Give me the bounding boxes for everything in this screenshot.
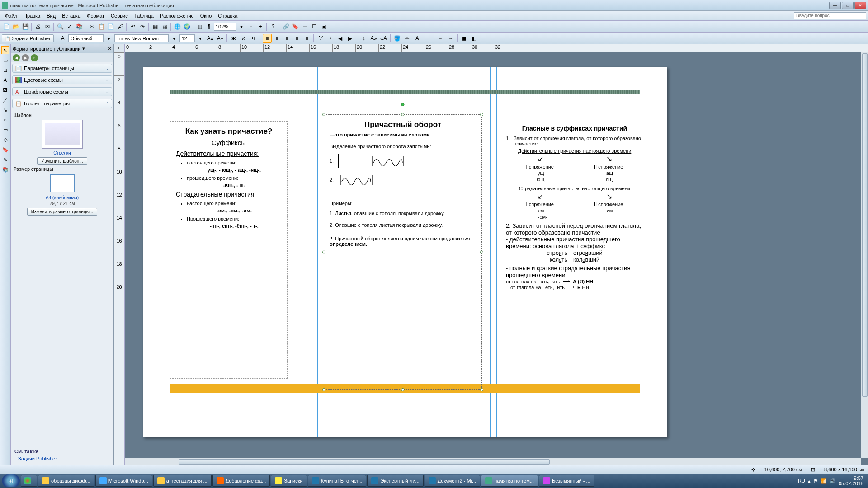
fill-color-icon[interactable]: 🪣 [393,34,402,43]
tasks-publisher-button[interactable]: 📋 Задачи Publisher [2,34,54,42]
resize-handle[interactable] [322,113,326,116]
text-frame-center-selected[interactable]: Причастный оборот —это причастие с завис… [324,114,482,390]
change-template-button[interactable]: Изменить шаблон... [37,157,87,165]
pagesize-thumbnail[interactable] [50,174,75,192]
hyperlink-icon[interactable]: 🔗 [281,22,290,31]
arrow-tool-icon[interactable]: ↘ [1,106,9,114]
help-icon[interactable]: ? [269,22,278,31]
tray-volume-icon[interactable]: 🔊 [830,478,836,484]
resize-handle[interactable] [322,251,326,254]
format-painter-icon[interactable]: 🖌 [116,22,125,31]
section-booklet-options[interactable]: 📋Буклет - параметры⌃ [12,99,112,108]
chevron-down-icon[interactable]: ▾ [104,34,113,43]
menu-help[interactable]: Справка [215,12,241,19]
taskpane-close-icon[interactable]: ✕ [108,46,112,52]
restore-button[interactable]: ▭ [842,2,854,9]
resize-handle[interactable] [480,388,483,391]
underline-icon[interactable]: Ч [249,34,258,43]
taskbar-item[interactable]: Безымянный - ... [539,475,594,487]
print-icon[interactable]: 🖨 [33,22,42,31]
rtl-icon[interactable]: «A [379,34,388,43]
distribute-icon[interactable]: ≡ [302,34,311,43]
dash-style-icon[interactable]: ┄ [436,34,445,43]
resize-handle[interactable] [480,113,483,116]
hotspot-icon[interactable]: ▭ [300,22,309,31]
start-button[interactable]: ⊞ [2,474,20,487]
tray-chevron-icon[interactable]: ▴ [808,478,811,484]
resize-handle[interactable] [401,388,405,391]
html-icon[interactable]: ▣ [319,22,328,31]
menu-table[interactable]: Таблица [131,12,157,19]
taskbar-item[interactable]: Экспертный ли... [367,475,423,487]
horizontal-scrollbar[interactable] [125,458,861,465]
shadow-icon[interactable]: ◼ [460,34,469,43]
menu-edit[interactable]: Правка [20,12,43,19]
menu-file[interactable]: Файл [2,12,20,19]
tray-clock[interactable]: 9:57 05.02.2018 [839,475,863,486]
autoshapes-tool-icon[interactable]: ◇ [1,136,9,144]
paste-icon[interactable]: 📄 [106,22,115,31]
rotate-handle[interactable] [401,103,405,106]
grow-font-icon[interactable]: A▴ [206,34,215,43]
taskbar-item-active[interactable]: памятка по тем... [481,475,538,487]
chevron-down-icon[interactable]: ▾ [196,34,205,43]
shrink-font-icon[interactable]: A▾ [216,34,225,43]
increase-indent-icon[interactable]: ▶ [346,34,355,43]
ltr-icon[interactable]: A» [369,34,378,43]
oval-tool-icon[interactable]: ○ [1,116,9,124]
section-color-schemes[interactable]: ▭Цветовые схемы⌄ [12,75,112,84]
zoom-in-icon[interactable]: + [256,22,265,31]
see-also-link[interactable]: Задачи Publisher [14,456,110,461]
taskbar-item[interactable]: Добавление фа... [212,475,270,487]
bullets-icon[interactable]: • [326,34,335,43]
preview-icon[interactable]: 🔍 [56,22,65,31]
text-frame-right[interactable]: Гласные в суффиксах причастий 1. Зависит… [500,119,649,385]
minimize-button[interactable]: — [829,2,841,9]
menu-format[interactable]: Формат [84,12,108,19]
change-pagesize-button[interactable]: Изменить размер страницы... [27,208,97,216]
columns-icon[interactable]: ▥ [195,22,204,31]
menu-arrange[interactable]: Расположение [157,12,197,19]
resize-handle[interactable] [401,113,405,116]
close-button[interactable]: ✕ [854,2,866,9]
zoom-combo[interactable]: 102% [214,23,236,31]
line-tool-icon[interactable]: ／ [1,96,9,104]
picture-tool-icon[interactable]: 🖼 [1,86,9,94]
textbox-tool-icon[interactable]: ▭ [1,56,9,64]
select-tool-icon[interactable]: ↖ [1,46,9,54]
bold-icon[interactable]: Ж [229,34,238,43]
horizontal-ruler[interactable]: 02468101214161820222426283032 [125,44,868,52]
tray-network-icon[interactable]: 📶 [821,478,827,484]
menu-insert[interactable]: Вставка [59,12,84,19]
3d-icon[interactable]: ◧ [470,34,479,43]
mail-icon[interactable]: ✉ [43,22,52,31]
chevron-down-icon[interactable]: ▾ [237,22,246,31]
template-thumbnail[interactable] [42,120,83,149]
save-icon[interactable]: 💾 [21,22,30,31]
vertical-ruler[interactable]: 02468101214161820 [114,52,125,465]
decrease-indent-icon[interactable]: ◀ [336,34,345,43]
align-center-icon[interactable]: ≡ [273,34,282,43]
language-indicator[interactable]: RU [798,478,805,483]
style-icon[interactable]: A [58,34,67,43]
arrow-style-icon[interactable]: → [446,34,455,43]
chevron-down-icon[interactable]: ▾ [170,34,179,43]
undo-icon[interactable]: ↶ [128,22,137,31]
web-preview-icon[interactable]: 🌐 [173,22,182,31]
taskbar-item[interactable]: Записки [271,475,307,487]
pinned-chrome-icon[interactable] [21,475,37,487]
font-combo[interactable]: Times New Roman [114,34,169,42]
taskbar-item[interactable]: Microsoft Windo... [95,475,152,487]
redo-icon[interactable]: ↷ [138,22,147,31]
scrollbar-thumb[interactable] [179,459,550,465]
webpage-icon[interactable]: 🌍 [182,22,191,31]
style-combo[interactable]: Обычный [68,34,104,42]
table-tool-icon[interactable]: ⊞ [1,66,9,74]
section-font-schemes[interactable]: AШрифтовые схемы⌄ [12,87,112,96]
tray-flag-icon[interactable]: ⚑ [813,478,818,484]
menu-window[interactable]: Окно [197,12,215,19]
publication-page[interactable]: Как узнать причастие? Суффиксы Действите… [143,67,667,437]
wordart-tool-icon[interactable]: A [1,76,9,84]
form-icon[interactable]: ☐ [310,22,319,31]
resize-handle[interactable] [322,388,326,391]
